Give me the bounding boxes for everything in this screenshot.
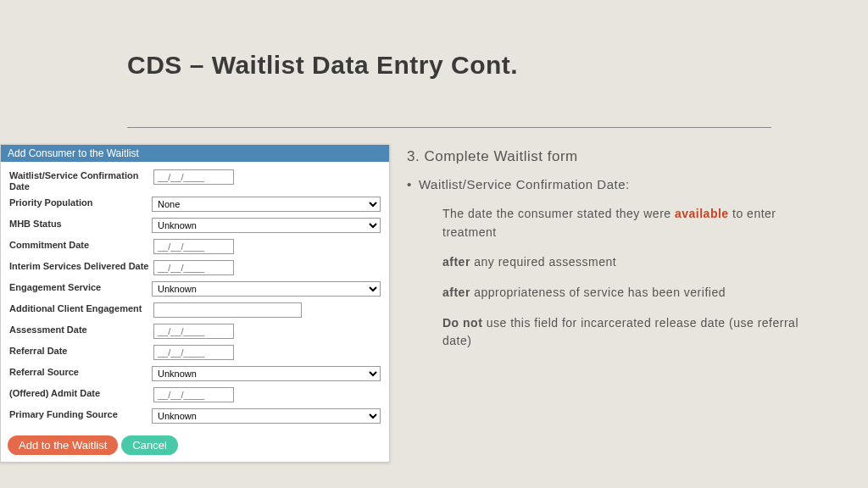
label-assessment-date: Assessment Date [9,323,153,336]
add-to-waitlist-button[interactable]: Add to the Waitlist [8,435,118,455]
input-assessment-date[interactable] [153,324,234,339]
bullet-text: Waitlist/Service Confirmation Date: [419,177,630,191]
input-referral-date[interactable] [153,345,234,360]
select-priority-population[interactable]: None [152,197,381,212]
input-interim-date[interactable] [153,260,234,275]
waitlist-form-panel: Add Consumer to the Waitlist Waitlist/Se… [0,144,390,463]
label-additional-engagement: Additional Client Engagement [9,302,153,314]
label-interim-date: Interim Services Delivered Date [9,259,153,272]
input-confirmation-date[interactable] [153,169,234,185]
instruction-notes: 3. Complete Waitlist form •Waitlist/Serv… [407,148,831,363]
bullet-dot-icon: • [407,177,419,191]
step-heading: 3. Complete Waitlist form [407,148,831,165]
note-after-appropriateness: after appropriateness of service has bee… [442,284,831,302]
panel-header: Add Consumer to the Waitlist [1,145,389,162]
note-available: The date the consumer stated they were a… [442,205,831,241]
button-row: Add to the Waitlist Cancel [1,430,389,462]
label-funding-source: Primary Funding Source [9,408,152,420]
cancel-button[interactable]: Cancel [121,435,177,455]
select-mhb-status[interactable]: Unknown [152,218,381,233]
label-admit-date: (Offered) Admit Date [9,386,153,399]
label-mhb-status: MHB Status [9,217,152,230]
input-additional-engagement[interactable] [153,302,302,318]
input-commitment-date[interactable] [153,239,234,254]
bullet-item: •Waitlist/Service Confirmation Date: [407,177,831,191]
label-engagement-service: Engagement Service [9,280,152,293]
title-divider [127,127,771,128]
input-admit-date[interactable] [153,387,234,402]
label-priority-population: Priority Population [9,196,152,208]
select-referral-source[interactable]: Unknown [152,366,381,381]
label-referral-source: Referral Source [9,365,152,378]
label-referral-date: Referral Date [9,344,153,357]
note-do-not: Do not use this field for incarcerated r… [442,314,831,351]
label-confirmation-date: Waitlist/Service Confirmation Date [9,169,153,191]
note-after-assessment: after any required assessment [442,253,831,272]
form-body: Waitlist/Service Confirmation Date Prior… [1,162,389,430]
select-engagement-service[interactable]: Unknown [152,281,381,297]
page-title: CDS – Waitlist Data Entry Cont. [127,51,518,80]
label-commitment-date: Commitment Date [9,238,153,251]
highlight-available: available [675,207,729,220]
select-funding-source[interactable]: Unknown [152,408,381,424]
